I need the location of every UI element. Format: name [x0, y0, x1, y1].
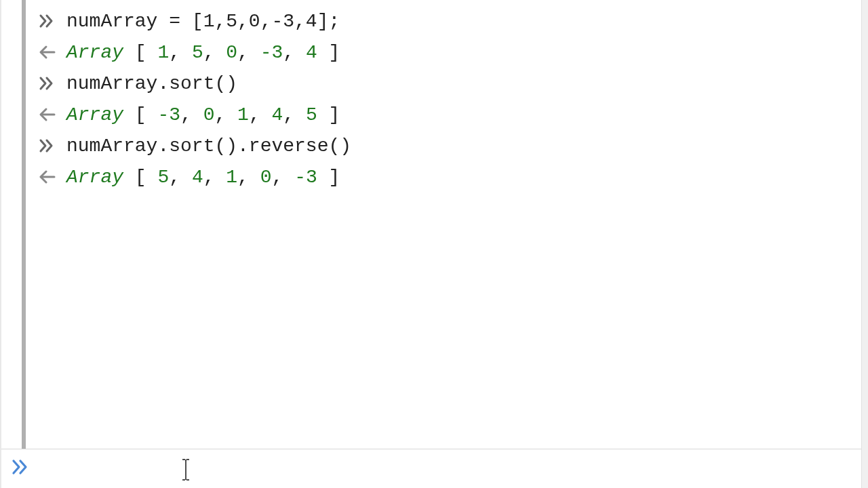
code-text: numArray.sort().reverse() [66, 136, 351, 157]
output-marker-icon [38, 169, 66, 184]
console-input-row: numArray = [1,5,0,-3,4]; [26, 5, 868, 37]
console-output-row: Array [ 5, 4, 1, 0, -3 ] [26, 161, 868, 192]
input-marker-icon [38, 137, 66, 155]
console-panel: numArray = [1,5,0,-3,4];Array [ 1, 5, 0,… [0, 0, 868, 488]
input-marker-icon [38, 12, 66, 30]
code-text: numArray = [1,5,0,-3,4]; [66, 11, 340, 32]
output-marker-icon [38, 107, 66, 122]
code-text: numArray.sort() [66, 73, 237, 94]
console-output-row: Array [ -3, 0, 1, 4, 5 ] [26, 99, 868, 130]
array-output: Array [ 1, 5, 0, -3, 4 ] [66, 42, 340, 63]
console-input-bar [1, 449, 868, 488]
console-input-row: numArray.sort() [26, 68, 868, 99]
prompt-chevrons-icon [11, 458, 30, 480]
scrollbar[interactable] [861, 0, 868, 488]
console-output[interactable]: numArray = [1,5,0,-3,4];Array [ 1, 5, 0,… [22, 0, 868, 449]
array-output: Array [ -3, 0, 1, 4, 5 ] [66, 104, 340, 125]
console-input-row: numArray.sort().reverse() [26, 130, 868, 161]
array-output: Array [ 5, 4, 1, 0, -3 ] [66, 167, 340, 188]
output-marker-icon [38, 45, 66, 60]
console-output-row: Array [ 1, 5, 0, -3, 4 ] [26, 37, 868, 68]
console-input[interactable] [34, 455, 644, 483]
input-marker-icon [38, 75, 66, 92]
